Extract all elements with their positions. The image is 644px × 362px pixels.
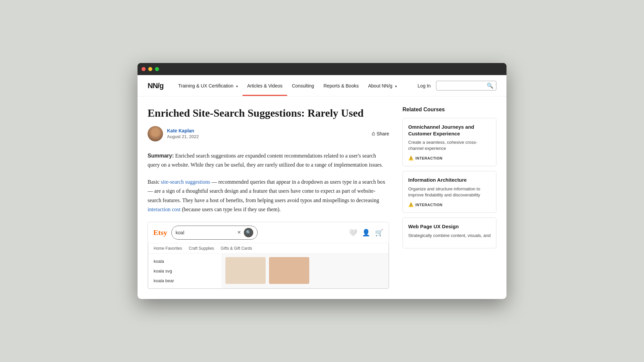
course-card-3[interactable]: Web Page UX Design Strategically combine…: [402, 218, 496, 248]
nav-training[interactable]: Training & UX Certification ▾: [173, 76, 242, 96]
author-row: Kate Kaplan August 21, 2022 ⎙ Share: [148, 126, 389, 141]
main-nav: NN/g Training & UX Certification ▾ Artic…: [138, 75, 506, 97]
site-search-link[interactable]: site-search suggestions: [161, 179, 210, 185]
author-name[interactable]: Kate Kaplan: [167, 128, 199, 133]
etsy-suggest-list: koala koala svg koala bear: [148, 254, 222, 288]
nav-links: Training & UX Certification ▾ Articles &…: [173, 76, 418, 96]
author-info: Kate Kaplan August 21, 2022: [148, 126, 199, 141]
etsy-product-card-2[interactable]: [269, 257, 309, 284]
etsy-search-input[interactable]: [176, 230, 234, 235]
etsy-person-icon[interactable]: 👤: [362, 229, 370, 237]
etsy-suggest-koala-svg[interactable]: koala svg: [148, 266, 222, 276]
search-input[interactable]: [439, 83, 485, 88]
etsy-logo: Etsy: [153, 228, 167, 237]
course-desc-2: Organize and structure information to im…: [408, 186, 491, 198]
sidebar: Related Courses Omnichannel Journeys and…: [402, 107, 496, 289]
course-title-1: Omnichannel Journeys and Customer Experi…: [408, 124, 491, 137]
browser-topbar: [138, 63, 506, 75]
course-card-1[interactable]: Omnichannel Journeys and Customer Experi…: [402, 118, 496, 166]
etsy-cart-icon[interactable]: 🛒: [375, 229, 383, 237]
minimize-dot[interactable]: [148, 67, 152, 71]
search-box[interactable]: 🔍: [436, 81, 496, 90]
etsy-suggestions: koala koala svg koala bear: [148, 254, 388, 288]
chevron-down-icon: ▾: [236, 84, 238, 88]
etsy-dropdown: Home Favorites Craft Supplies Gifts & Gi…: [148, 243, 389, 289]
login-button[interactable]: Log In: [418, 83, 431, 88]
author-details: Kate Kaplan August 21, 2022: [167, 128, 199, 139]
close-dot[interactable]: [142, 67, 146, 71]
course-title-3: Web Page UX Design: [408, 223, 491, 230]
course-tag-2: ⚠️ INTERACTION: [408, 202, 491, 207]
nav-consulting[interactable]: Consulting: [287, 76, 319, 96]
share-icon: ⎙: [372, 131, 375, 136]
article-date: August 21, 2022: [167, 134, 199, 139]
etsy-product-cards: [222, 254, 388, 288]
main-content: Enriched Site-Search Suggestions: Rarely…: [138, 97, 506, 299]
summary-text: Enriched search suggestions are expanded…: [148, 153, 383, 167]
warning-icon-2: ⚠️: [408, 202, 414, 207]
etsy-nav-home[interactable]: Home Favorites: [154, 246, 182, 251]
page-content: NN/g Training & UX Certification ▾ Artic…: [138, 75, 506, 299]
nav-about[interactable]: About NN/g ▾: [363, 76, 401, 96]
etsy-header: Etsy ✕ 🔍 🤍 👤 🛒: [148, 222, 389, 243]
etsy-search-button[interactable]: 🔍: [244, 228, 253, 237]
chevron-down-icon: ▾: [395, 84, 397, 88]
demo-figure: Etsy ✕ 🔍 🤍 👤 🛒: [148, 222, 389, 289]
site-logo[interactable]: NN/g: [148, 81, 163, 90]
etsy-suggest-koala-bear[interactable]: koala bear: [148, 276, 222, 286]
etsy-clear-icon[interactable]: ✕: [237, 230, 241, 235]
share-button[interactable]: ⎙ Share: [372, 131, 389, 136]
etsy-search-box[interactable]: ✕ 🔍: [171, 226, 258, 240]
nav-reports[interactable]: Reports & Books: [319, 76, 363, 96]
course-title-2: Information Architecture: [408, 177, 491, 183]
maximize-dot[interactable]: [155, 67, 159, 71]
search-icon[interactable]: 🔍: [487, 82, 493, 89]
avatar-image: [148, 126, 163, 141]
etsy-nav-icons: 🤍 👤 🛒: [349, 229, 383, 237]
summary-block: Summary: Enriched search suggestions are…: [148, 152, 389, 169]
course-tag-1: ⚠️ INTERACTION: [408, 156, 491, 161]
interaction-cost-link[interactable]: interaction cost: [148, 206, 180, 212]
nav-articles[interactable]: Articles & Videos: [243, 76, 287, 96]
warning-icon: ⚠️: [408, 156, 414, 161]
etsy-nav-craft[interactable]: Craft Supplies: [189, 246, 214, 251]
course-desc-1: Create a seamless, cohesive cross-channe…: [408, 139, 491, 152]
related-courses-heading: Related Courses: [402, 107, 496, 113]
etsy-heart-icon[interactable]: 🤍: [349, 229, 357, 237]
article-column: Enriched Site-Search Suggestions: Rarely…: [148, 107, 389, 289]
body-paragraph-1: Basic site-search suggestions — recommen…: [148, 177, 389, 214]
etsy-product-card-1[interactable]: [225, 257, 266, 284]
avatar: [148, 126, 163, 141]
course-desc-3: Strategically combine content, visuals, …: [408, 233, 491, 239]
course-card-2[interactable]: Information Architecture Organize and st…: [402, 171, 496, 213]
etsy-suggest-koala[interactable]: koala: [148, 256, 222, 266]
article-title: Enriched Site-Search Suggestions: Rarely…: [148, 107, 389, 119]
etsy-nav-gifts[interactable]: Gifts & Gift Cards: [221, 246, 252, 251]
nav-right: Log In 🔍: [418, 81, 496, 90]
etsy-nav-bar: Home Favorites Craft Supplies Gifts & Gi…: [148, 243, 388, 254]
browser-window: NN/g Training & UX Certification ▾ Artic…: [138, 63, 506, 299]
summary-label: Summary:: [148, 153, 174, 159]
etsy-demo: Etsy ✕ 🔍 🤍 👤 🛒: [148, 222, 389, 289]
